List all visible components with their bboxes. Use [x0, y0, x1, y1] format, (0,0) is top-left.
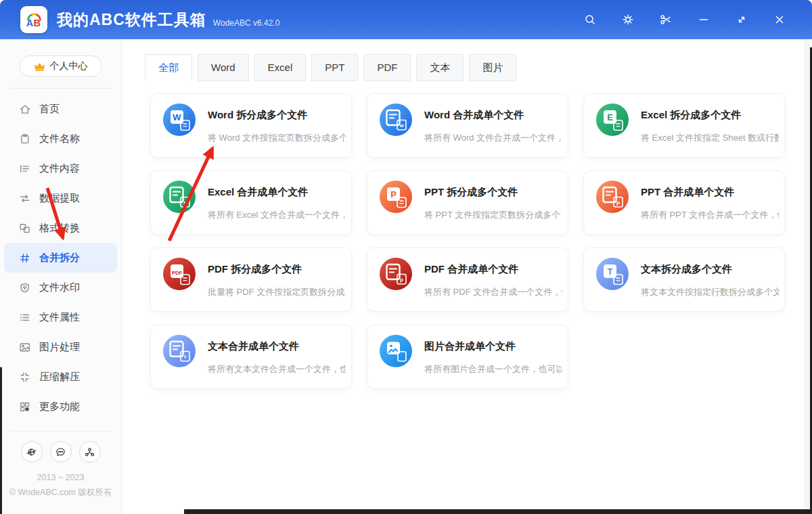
card-description: 将所有 Word 文件合并成一个文件，也可以批量将多	[424, 132, 562, 144]
card-description: 将所有 PPT 文件合并成一个文件，也可以批量将多	[641, 209, 779, 221]
card-title: PPT 合并成单个文件	[641, 186, 779, 199]
app-title: 我的ABC软件工具箱	[57, 9, 206, 30]
tool-card-图片合并成单个文件[interactable]: 图片合并成单个文件将所有图片合并成一个文件，也可以批量将多个文件	[367, 325, 568, 389]
tool-card-PPT 合并成单个文件[interactable]: pPPT 合并成单个文件将所有 PPT 文件合并成一个文件，也可以批量将多	[583, 170, 785, 235]
svg-text:P: P	[390, 189, 397, 200]
sidebar-divider	[9, 88, 112, 89]
copyright-owner: © WodeABC.com 版权所有	[0, 486, 121, 500]
sidebar-item-文件水印[interactable]: 文件水印	[4, 273, 117, 302]
feedback-icon[interactable]	[50, 441, 72, 463]
tab-图片[interactable]: 图片	[469, 54, 516, 81]
sidebar-nav: 首页文件名称文件内容数据提取格式转换合并拆分文件水印文件属性图片处理压缩解压更多…	[0, 94, 121, 421]
sidebar-item-文件内容[interactable]: 文件内容	[4, 154, 117, 183]
card-description: 将 PPT 文件按指定页数拆分成多个 PPT 文件	[424, 209, 562, 221]
scissors-icon[interactable]	[647, 6, 685, 33]
card-description: 将所有 PDF 文件合并成一个文件，也可以批量将多	[424, 286, 562, 298]
card-description: 将 Word 文件按指定页数拆分成多个 Word 文件	[208, 132, 346, 144]
tool-card-Excel 合并成单个文件[interactable]: eExcel 合并成单个文件将所有 Excel 文件合并成一个文件，也可以批量将…	[150, 170, 352, 235]
pdf-merge-icon: p	[380, 258, 412, 290]
svg-text:W: W	[173, 112, 181, 122]
card-description: 将所有 Excel 文件合并成一个文件，也可以批量将多	[208, 209, 346, 221]
svg-text:p: p	[616, 200, 620, 206]
image-process-icon	[19, 342, 30, 353]
sidebar-item-文件属性[interactable]: 文件属性	[4, 302, 117, 332]
home-icon	[19, 103, 30, 115]
format-convert-icon	[19, 223, 30, 234]
svg-text:t: t	[184, 354, 186, 360]
tool-card-Word 合并成单个文件[interactable]: wWord 合并成单个文件将所有 Word 文件合并成一个文件，也可以批量将多	[367, 93, 568, 158]
card-title: PPT 拆分成多个文件	[424, 186, 562, 199]
share-icon[interactable]	[79, 441, 101, 463]
sidebar-item-label: 格式转换	[39, 222, 80, 235]
app-version: WodeABC v6.42.0	[213, 18, 280, 28]
sidebar-footer-icons	[0, 441, 121, 463]
resize-icon[interactable]	[723, 6, 761, 33]
card-description: 批量将 PDF 文件按指定页数拆分成多个 PDF 文件	[208, 286, 346, 298]
watermark-icon	[19, 282, 30, 294]
svg-text:p: p	[400, 277, 403, 283]
tab-Excel[interactable]: Excel	[254, 54, 307, 81]
card-title: 文本拆分成多个文件	[641, 263, 779, 276]
sidebar-item-label: 数据提取	[39, 192, 80, 205]
text-split-icon: T	[596, 258, 629, 290]
sidebar-item-label: 文件属性	[39, 311, 80, 324]
excel-merge-icon: e	[163, 181, 196, 213]
excel-split-icon: E	[596, 103, 629, 136]
tab-PDF[interactable]: PDF	[363, 54, 411, 81]
sidebar-item-文件名称[interactable]: 文件名称	[4, 124, 117, 154]
tool-card-Excel 拆分成多个文件[interactable]: EExcel 拆分成多个文件将 Excel 文件按指定 Sheet 数或行数拆分…	[583, 93, 785, 158]
sidebar-item-合并拆分[interactable]: 合并拆分	[4, 243, 117, 273]
app-logo: A B	[20, 6, 47, 33]
word-merge-icon: w	[380, 103, 412, 136]
logo-letter-a: A	[26, 18, 34, 28]
data-extract-icon	[19, 193, 30, 204]
copyright: 2013 ~ 2023 © WodeABC.com 版权所有	[0, 471, 121, 500]
tool-card-PDF 拆分成多个文件[interactable]: PDFPDF 拆分成多个文件批量将 PDF 文件按指定页数拆分成多个 PDF 文…	[150, 248, 352, 312]
personal-center-button[interactable]: 个人中心	[20, 55, 102, 77]
card-description: 将所有文本文件合并成一个文件，也可以批量将多	[208, 363, 346, 375]
tab-Word[interactable]: Word	[198, 54, 249, 81]
crown-icon	[34, 61, 45, 72]
tool-card-文本拆分成多个文件[interactable]: T文本拆分成多个文件将文本文件按指定行数拆分成多个文本文件	[583, 248, 785, 312]
ppt-merge-icon: p	[596, 181, 629, 213]
background-window-edge	[184, 509, 812, 514]
sidebar-item-数据提取[interactable]: 数据提取	[4, 183, 117, 213]
file-attributes-icon	[19, 312, 30, 323]
tool-card-PPT 拆分成多个文件[interactable]: PPPT 拆分成多个文件将 PPT 文件按指定页数拆分成多个 PPT 文件	[367, 170, 568, 235]
merge-split-icon	[19, 252, 30, 264]
sidebar-item-压缩解压[interactable]: 压缩解压	[4, 362, 117, 392]
word-split-icon: W	[163, 103, 196, 136]
tab-文本[interactable]: 文本	[416, 54, 464, 81]
tool-card-grid: WWord 拆分成多个文件将 Word 文件按指定页数拆分成多个 Word 文件…	[150, 93, 812, 389]
close-icon[interactable]	[761, 6, 798, 33]
card-title: Word 合并成单个文件	[424, 109, 562, 122]
settings-icon[interactable]	[609, 6, 647, 33]
file-content-icon	[19, 163, 30, 174]
tool-card-Word 拆分成多个文件[interactable]: WWord 拆分成多个文件将 Word 文件按指定页数拆分成多个 Word 文件	[150, 93, 352, 158]
tool-card-文本合并成单个文件[interactable]: t文本合并成单个文件将所有文本文件合并成一个文件，也可以批量将多	[150, 325, 352, 389]
tool-card-PDF 合并成单个文件[interactable]: pPDF 合并成单个文件将所有 PDF 文件合并成一个文件，也可以批量将多	[367, 248, 568, 312]
minimize-icon[interactable]	[685, 6, 723, 33]
card-title: Excel 拆分成多个文件	[641, 109, 779, 122]
compress-icon	[19, 371, 30, 383]
titlebar-buttons	[571, 6, 798, 33]
card-description: 将文本文件按指定行数拆分成多个文本文件	[641, 286, 779, 298]
sidebar-item-label: 合并拆分	[39, 252, 80, 264]
browser-icon[interactable]	[21, 441, 43, 463]
sidebar-item-label: 图片处理	[39, 341, 80, 354]
sidebar-item-图片处理[interactable]: 图片处理	[4, 332, 117, 362]
svg-text:T: T	[608, 266, 613, 277]
scroll-gutter[interactable]	[804, 39, 810, 509]
text-merge-icon: t	[163, 335, 196, 367]
tab-PPT[interactable]: PPT	[311, 54, 358, 81]
sidebar-item-label: 首页	[39, 103, 60, 116]
search-icon[interactable]	[571, 6, 609, 33]
tab-全部[interactable]: 全部	[145, 54, 192, 81]
titlebar: A B 我的ABC软件工具箱 WodeABC v6.42.0	[0, 0, 812, 39]
sidebar-item-更多功能[interactable]: 更多功能	[4, 392, 117, 421]
sidebar-item-首页[interactable]: 首页	[4, 94, 117, 124]
card-title: PDF 拆分成多个文件	[208, 263, 346, 276]
sidebar-item-label: 文件水印	[39, 281, 80, 294]
sidebar-item-格式转换[interactable]: 格式转换	[4, 213, 117, 243]
format-tabs: 全部WordExcelPPTPDF文本图片	[145, 54, 812, 81]
